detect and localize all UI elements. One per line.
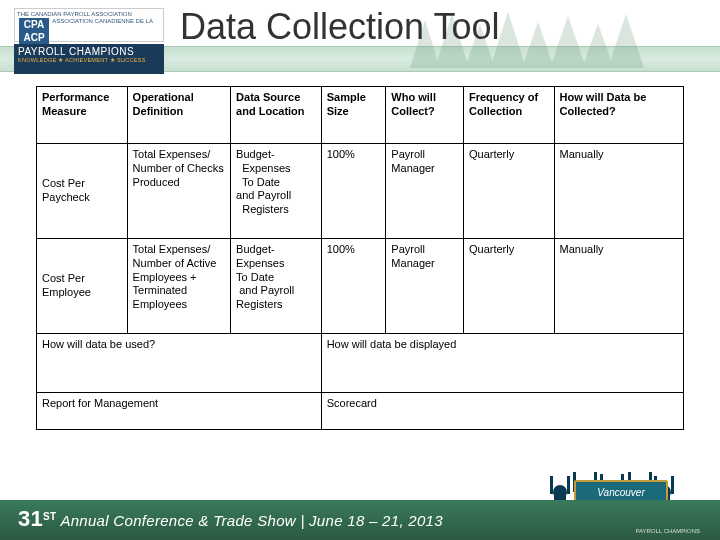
page-title: Data Collection Tool: [180, 6, 500, 48]
cell-how: Manually: [554, 144, 683, 239]
header-data-source: Data Source and Location: [231, 87, 322, 144]
cell-how-used-label: How will data be used?: [37, 334, 322, 393]
champions-main: PAYROLL CHAMPIONS: [18, 46, 160, 57]
data-collection-table: Performance Measure Operational Definiti…: [36, 86, 684, 430]
cell-definition: Total Expenses/Number of Checks Produced: [127, 144, 231, 239]
cell-how-displayed-value: Scorecard: [321, 393, 683, 430]
svg-marker-5: [550, 16, 586, 68]
table-header-row: Performance Measure Operational Definiti…: [37, 87, 684, 144]
cell-measure: Cost Per Employee: [37, 239, 128, 334]
footer-bar: 31ST Annual Conference & Trade Show | Ju…: [0, 500, 720, 540]
payroll-champions-logo: PAYROLL CHAMPIONS KNOWLEDGE ★ ACHIEVEMEN…: [14, 44, 164, 74]
cell-source: Budget- Expenses To Dateand Payroll Regi…: [231, 144, 322, 239]
cell-measure: Cost Per Paycheck: [37, 144, 128, 239]
cell-definition: Total Expenses/Number of Active Employee…: [127, 239, 231, 334]
table-row-wide: How will data be used? How will data be …: [37, 334, 684, 393]
cell-freq: Quarterly: [463, 144, 554, 239]
cell-source: Budget-ExpensesTo Date and Payroll Regis…: [231, 239, 322, 334]
footer-text: 31ST Annual Conference & Trade Show | Ju…: [18, 506, 443, 532]
champions-sub: KNOWLEDGE ★ ACHIEVEMENT ★ SUCCESS: [18, 57, 160, 63]
cell-sample: 100%: [321, 144, 386, 239]
cell-who: Payroll Manager: [386, 239, 464, 334]
header-how-collected: How will Data be Collected?: [554, 87, 683, 144]
cell-sample: 100%: [321, 239, 386, 334]
cell-how-used-value: Report for Management: [37, 393, 322, 430]
cpa-acronym-box: CPA ACP: [19, 18, 49, 44]
svg-marker-7: [608, 14, 644, 68]
svg-rect-11: [567, 476, 570, 494]
cell-how: Manually: [554, 239, 683, 334]
footer-rest: Annual Conference & Trade Show | June 18…: [60, 512, 443, 529]
cell-how-displayed-label: How will data be displayed: [321, 334, 683, 393]
svg-marker-4: [522, 22, 554, 68]
table-row: Cost Per Employee Total Expenses/Number …: [37, 239, 684, 334]
table-row-wide: Report for Management Scorecard: [37, 393, 684, 430]
header-frequency: Frequency of Collection: [463, 87, 554, 144]
table-row: Cost Per Paycheck Total Expenses/Number …: [37, 144, 684, 239]
header-performance-measure: Performance Measure: [37, 87, 128, 144]
footer-payroll-champions: PAYROLL CHAMPIONS: [635, 528, 700, 534]
header-who-collect: Who will Collect?: [386, 87, 464, 144]
header-operational-definition: Operational Definition: [127, 87, 231, 144]
svg-marker-6: [582, 24, 614, 68]
svg-rect-27: [671, 476, 674, 494]
svg-rect-10: [550, 476, 553, 494]
cpa-logo: THE CANADIAN PAYROLL ASSOCIATION CPA ACP…: [14, 8, 164, 42]
footer-number: 31: [18, 506, 43, 531]
footer-suffix: ST: [43, 511, 56, 522]
cell-freq: Quarterly: [463, 239, 554, 334]
cpa-left-text: THE CANADIAN PAYROLL ASSOCIATION: [17, 11, 132, 17]
header-sample-size: Sample Size: [321, 87, 386, 144]
cell-who: Payroll Manager: [386, 144, 464, 239]
